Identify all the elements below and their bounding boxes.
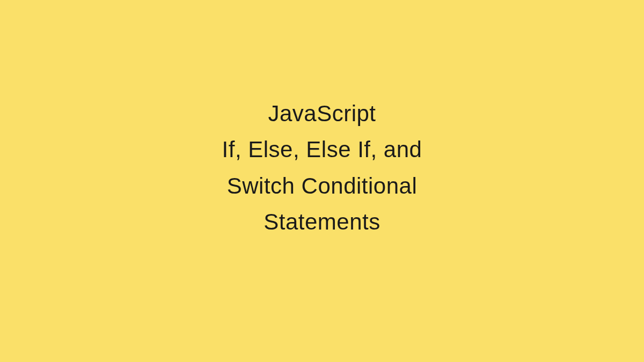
title-line-4: Statements: [222, 204, 422, 240]
slide-content: JavaScript If, Else, Else If, and Switch…: [222, 95, 422, 240]
title-line-2: If, Else, Else If, and: [222, 131, 422, 167]
title-line-3: Switch Conditional: [222, 168, 422, 204]
title-line-1: JavaScript: [222, 95, 422, 131]
